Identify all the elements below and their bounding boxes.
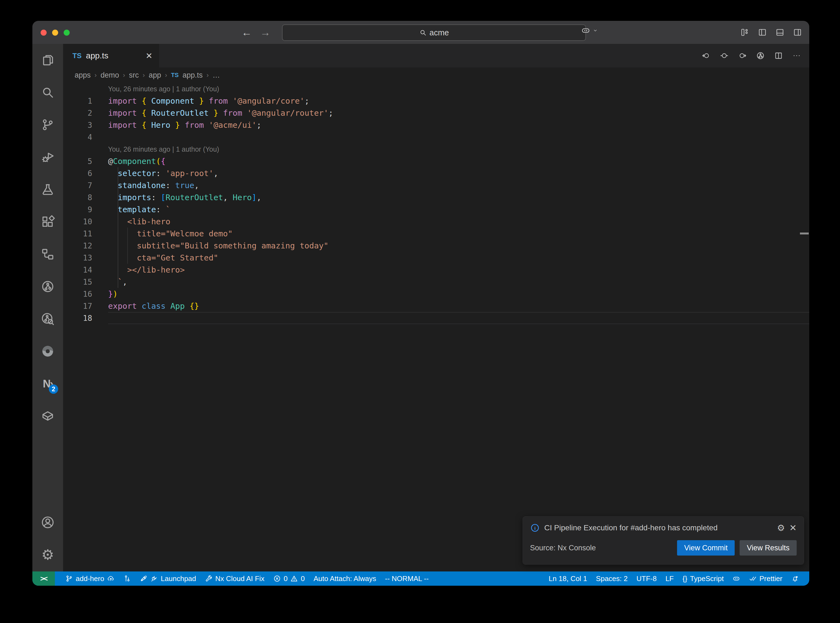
code-token[interactable]: { [161, 157, 166, 166]
line-number[interactable]: 16 [63, 290, 108, 299]
copilot-icon[interactable] [581, 26, 590, 35]
line-content[interactable]: }) [108, 288, 809, 300]
code-token[interactable] [137, 96, 141, 106]
code-token[interactable]: } [213, 108, 218, 118]
line-content[interactable]: import { RouterOutlet } from '@angular/r… [108, 107, 809, 119]
code-token[interactable] [108, 181, 118, 190]
code-line-10[interactable]: 10 <lib-hero [63, 216, 809, 228]
code-token[interactable]: '@angular/router' [247, 108, 329, 118]
line-number[interactable]: 9 [63, 205, 108, 214]
code-token[interactable]: App [170, 301, 184, 311]
code-token[interactable] [180, 120, 184, 130]
line-content[interactable]: template: ` [108, 204, 809, 216]
code-line-6[interactable]: 6 selector: 'app-root', [63, 167, 809, 180]
activity-bar-item-swirl[interactable] [32, 335, 63, 367]
line-number[interactable]: 12 [63, 241, 108, 250]
code-line-13[interactable]: 13 cta="Get Started" [63, 252, 809, 264]
previous-change-icon[interactable] [702, 51, 711, 60]
copilot-status-item[interactable] [728, 575, 745, 582]
code-token[interactable]: from [209, 96, 228, 106]
code-token[interactable] [137, 120, 141, 130]
code-token[interactable]: Component [146, 96, 199, 106]
line-number[interactable]: 2 [63, 109, 108, 118]
code-line-7[interactable]: 7 standalone: true, [63, 180, 809, 192]
code-token[interactable]: class [141, 301, 166, 311]
code-token[interactable] [108, 205, 118, 214]
breadcrumb-item-file[interactable]: app.ts [183, 71, 203, 80]
code-token[interactable]: cta="Get Started" [108, 253, 218, 262]
code-token[interactable] [108, 169, 118, 178]
eol-status-item[interactable]: LF [661, 574, 678, 583]
breadcrumb-item-demo[interactable]: demo [101, 71, 119, 80]
code-token[interactable]: RouterOutlet [146, 108, 213, 118]
line-number[interactable]: 4 [63, 133, 108, 142]
code-token[interactable]: {} [190, 301, 199, 311]
indentation-status-item[interactable]: Spaces: 2 [591, 574, 632, 583]
activity-bar-item-cube[interactable] [32, 400, 63, 432]
code-token[interactable]: '@angular/core' [233, 96, 304, 106]
line-content[interactable] [108, 312, 809, 324]
code-token[interactable]: : [156, 169, 166, 178]
code-token[interactable]: } [175, 120, 180, 130]
line-content[interactable] [108, 131, 809, 143]
line-content[interactable]: export class App {} [108, 300, 809, 312]
commit-graph-status-item[interactable] [119, 575, 135, 582]
code-token[interactable]: import [108, 96, 137, 106]
code-token[interactable]: ` [108, 277, 122, 287]
blame-text[interactable]: You, 26 minutes ago | 1 author (You) [108, 83, 809, 95]
activity-bar-item-run-debug[interactable] [32, 141, 63, 173]
code-line-12[interactable]: 12 subtitle="Build something amazing tod… [63, 239, 809, 252]
code-line-4[interactable]: 4 [63, 131, 809, 143]
code-token[interactable]: : [156, 205, 166, 214]
code-token[interactable]: , [256, 193, 261, 202]
code-token[interactable]: } [108, 289, 113, 299]
code-token[interactable] [204, 96, 209, 106]
code-line-14[interactable]: 14 ></lib-hero> [63, 264, 809, 276]
command-center-search[interactable]: acme [282, 25, 586, 41]
code-token[interactable]: { [141, 108, 146, 118]
code-line-16[interactable]: 16}) [63, 288, 809, 300]
launchpad-status-item[interactable]: Launchpad [135, 574, 201, 583]
close-tab-icon[interactable]: ✕ [146, 51, 152, 61]
code-token[interactable]: , [213, 169, 218, 178]
chevron-down-icon[interactable] [593, 28, 598, 33]
line-number[interactable]: 14 [63, 265, 108, 275]
code-token[interactable]: selector [118, 169, 156, 178]
activity-bar-item-files[interactable] [32, 44, 63, 76]
code-line-5[interactable]: 5@Component({ [63, 155, 809, 167]
nx-cloud-ai-fix-status-item[interactable]: Nx Cloud AI Fix [201, 574, 269, 583]
code-line-17[interactable]: 17export class App {} [63, 300, 809, 312]
code-token[interactable]: title="Welcmoe demo" [108, 229, 233, 238]
code-token[interactable]: ] [252, 193, 256, 202]
branch-status-item[interactable]: add-hero [61, 574, 119, 583]
compare-change-icon[interactable] [720, 51, 729, 60]
tab-app-ts[interactable]: TS app.ts ✕ [63, 44, 160, 68]
code-token[interactable]: ; [329, 108, 333, 118]
line-number[interactable]: 10 [63, 217, 108, 226]
code-token[interactable]: , [122, 277, 127, 287]
more-actions-icon[interactable] [792, 51, 801, 60]
line-number[interactable]: 17 [63, 302, 108, 311]
code-token[interactable]: [ [161, 193, 166, 202]
blame-annotation-row[interactable]: You, 26 minutes ago | 1 author (You) [63, 143, 809, 155]
line-content[interactable]: <lib-hero [108, 216, 809, 228]
breadcrumb-item-app[interactable]: app [149, 71, 161, 80]
activity-bar-item-account[interactable] [32, 506, 63, 539]
line-content[interactable]: cta="Get Started" [108, 252, 809, 264]
code-line-2[interactable]: 2import { RouterOutlet } from '@angular/… [63, 107, 809, 119]
blame-annotation-row[interactable]: You, 26 minutes ago | 1 author (You) [63, 83, 809, 95]
line-number[interactable]: 13 [63, 253, 108, 262]
code-token[interactable]: ) [113, 289, 117, 299]
breadcrumb-symbol-tail[interactable]: … [213, 71, 220, 80]
notification-close-icon[interactable]: ✕ [789, 523, 797, 533]
line-number[interactable]: 7 [63, 181, 108, 190]
code-token[interactable]: true [175, 181, 194, 190]
code-token[interactable] [137, 301, 141, 311]
code-token[interactable]: Hero [146, 120, 175, 130]
activity-bar-item-extensions[interactable] [32, 206, 63, 238]
code-token[interactable]: ( [156, 157, 161, 166]
vim-mode-status-item[interactable]: -- NORMAL -- [381, 574, 433, 583]
code-token[interactable]: import [108, 120, 137, 130]
line-content[interactable]: ></lib-hero> [108, 264, 809, 276]
code-token[interactable]: ; [256, 120, 261, 130]
